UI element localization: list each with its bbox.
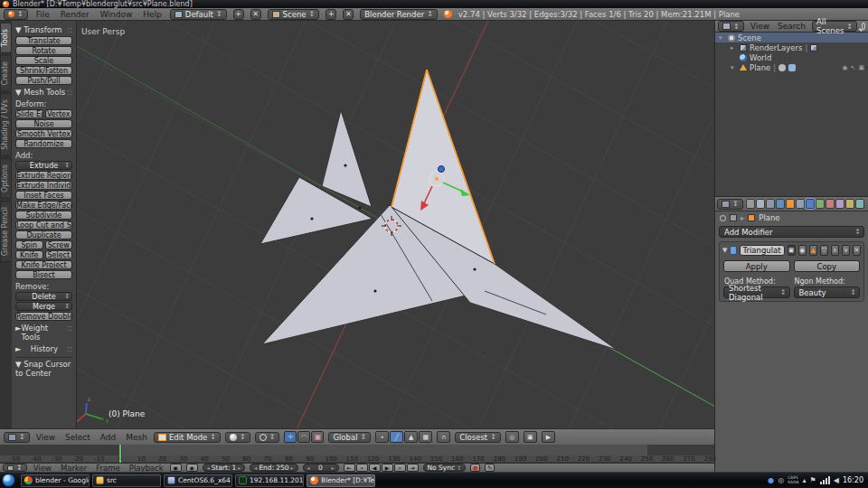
3d-viewport[interactable]: x y z User Persp (0) Plane <box>0 21 714 428</box>
prev-keyframe-button[interactable]: « <box>356 464 368 472</box>
manipulator-z-handle[interactable] <box>439 166 445 173</box>
viewport-menu-add[interactable]: Add <box>99 433 118 442</box>
start-frame-field[interactable]: ◂Start:1▸ <box>203 464 246 472</box>
limit-selection-visible-button[interactable]: ▦ <box>419 431 432 443</box>
tray-app-icon[interactable]: ● <box>768 476 774 484</box>
outliner-search-menu[interactable]: Search <box>776 22 807 31</box>
taskbar-item-src[interactable]: src <box>92 474 161 487</box>
viewport-menu-view[interactable]: View <box>34 433 57 442</box>
properties-tab-particles-icon[interactable] <box>845 199 854 209</box>
jump-to-end-button[interactable]: ⇥ <box>407 464 419 472</box>
menu-file[interactable]: File <box>34 10 52 19</box>
manipulator-translate-toggle[interactable]: ✛ <box>284 431 297 443</box>
tool-extrude-individual[interactable]: Extrude Individual <box>15 181 72 190</box>
opengl-render-anim-button[interactable]: ▶ <box>542 431 555 443</box>
modifier-delete-button[interactable]: ✕ <box>853 245 861 256</box>
tool-menu-delete[interactable]: Delete <box>15 292 72 301</box>
manipulator-scale-toggle[interactable]: ▣ <box>311 431 324 443</box>
show-hidden-icons-button[interactable]: ▴ <box>803 476 807 484</box>
restrict-select-arrow-icon[interactable]: ↖ <box>851 64 856 71</box>
timeline-menu-playback[interactable]: Playback <box>127 464 165 473</box>
play-reverse-button[interactable]: ◀ <box>369 464 381 472</box>
properties-tab-world-icon[interactable] <box>776 199 785 209</box>
outliner-row-world[interactable]: World <box>715 52 868 62</box>
tool-slide-edg[interactable]: Slide Edg <box>15 109 43 118</box>
restrict-view-eye-icon[interactable]: ◉ <box>842 64 847 71</box>
properties-tab-render-layers-icon[interactable] <box>756 199 765 209</box>
tool-randomize[interactable]: Randomize <box>15 139 72 148</box>
modifier-move-down-button[interactable]: ∨ <box>842 245 850 256</box>
search-icon[interactable] <box>862 23 865 30</box>
tool-bisect[interactable]: Bisect <box>15 270 72 279</box>
network-icon[interactable] <box>820 476 830 484</box>
tool-shelf-tab-options[interactable]: Options <box>0 158 12 199</box>
tool-menu-merge[interactable]: Merge <box>15 302 72 311</box>
vertex-select-mode-button[interactable]: ∙ <box>375 431 389 443</box>
properties-tab-object-icon[interactable] <box>786 199 795 209</box>
tool-shelf-tab-grease-pencil[interactable]: Grease Pencil <box>0 201 12 262</box>
next-keyframe-button[interactable]: » <box>394 464 406 472</box>
panel-header-transform[interactable]: ▼ Transform:: <box>15 25 72 34</box>
sync-mode-select[interactable]: No Sync↕ <box>423 464 467 472</box>
pin-icon[interactable] <box>720 215 726 221</box>
timeline-menu-view[interactable]: View <box>32 464 53 473</box>
menu-help[interactable]: Help <box>141 10 164 19</box>
tool-noise[interactable]: Noise <box>15 119 72 128</box>
tool-screw[interactable]: Screw <box>45 240 73 249</box>
manipulator-rotate-toggle[interactable]: ◠ <box>297 431 310 443</box>
menu-window[interactable]: Window <box>99 10 135 19</box>
tool-shrink-fatten[interactable]: Shrink/Fatten <box>15 66 72 75</box>
tool-spin[interactable]: Spin <box>15 240 43 249</box>
properties-tab-physics-icon[interactable] <box>855 199 864 209</box>
tool-shelf-tab-shading-uvs[interactable]: Shading / UVs <box>0 93 12 156</box>
outliner-row-scene[interactable]: ▾ Scene <box>715 33 868 42</box>
start-button[interactable] <box>2 474 15 487</box>
tool-knife-project[interactable]: Knife Project <box>15 260 72 269</box>
modifier-eye-toggle[interactable]: ◉ <box>798 245 807 256</box>
taskbar-item-blender-google[interactable]: blender - Google ... <box>21 474 90 487</box>
add-layout-button[interactable]: + <box>233 9 244 20</box>
copy-button[interactable]: Copy <box>794 260 861 272</box>
keying-set-button[interactable]: ✎ <box>485 464 495 472</box>
outliner-filter-select[interactable]: All Scenes↕ <box>812 21 857 32</box>
timeline-ruler[interactable]: -50-40-30-20-100102030405060708090100110… <box>0 455 714 463</box>
jump-to-start-button[interactable]: ⇤ <box>344 464 355 472</box>
editor-type-button[interactable]: ↕ <box>4 432 30 443</box>
current-frame-field[interactable]: ◂0▸ <box>303 464 339 472</box>
close-scene-button[interactable]: ✕ <box>343 9 354 20</box>
tool-inset-faces[interactable]: Inset Faces <box>15 191 72 200</box>
edge-select-mode-button[interactable]: ╱ <box>390 431 403 443</box>
properties-tab-material-icon[interactable] <box>826 199 835 209</box>
viewport-canvas[interactable]: x y z <box>0 21 714 428</box>
pivot-point-select[interactable]: ↕ <box>255 432 280 443</box>
window-title-bar[interactable]: Blender* [D:¥Temp¥blenderglut¥src¥Plane.… <box>0 0 868 8</box>
tool-vertex[interactable]: Vertex <box>45 109 73 118</box>
viewport-menu-select[interactable]: Select <box>63 433 92 442</box>
outliner-row-plane[interactable]: ▾ Plane | ◉ ↖ ▣ <box>715 62 868 72</box>
tool-duplicate[interactable]: Duplicate <box>15 230 72 239</box>
tool-scale[interactable]: Scale <box>15 56 72 65</box>
ime-indicator[interactable]: CAPSKANA <box>788 476 798 484</box>
panel-header-mesh-tools[interactable]: ▼ Mesh Tools:: <box>15 88 72 97</box>
mode-select[interactable]: Edit Mode↕ <box>154 432 221 443</box>
snap-toggle-magnet-icon[interactable]: ∩ <box>437 431 450 443</box>
extrude-menu-button[interactable]: Extrude <box>15 161 72 170</box>
viewport-shading-select[interactable]: ↕ <box>225 432 250 443</box>
modifier-cage-toggle[interactable]: ▽ <box>820 245 828 256</box>
taskbar-item-centos6-6-x64[interactable]: CentOS6.6_x64 - ... <box>164 474 232 487</box>
modifier-move-up-button[interactable]: ∧ <box>831 245 839 256</box>
taskbar-item-blender-d-tem[interactable]: Blender* [D:¥Tem... <box>307 474 375 487</box>
timeline-strip[interactable] <box>0 445 714 455</box>
modifier-name-field[interactable]: Triangulat <box>740 245 785 256</box>
tool-push-pull[interactable]: Push/Pull <box>15 76 72 85</box>
transform-orientation-select[interactable]: Global↕ <box>328 432 371 443</box>
opengl-render-image-button[interactable]: ▣ <box>524 431 537 443</box>
expand-icon[interactable]: ▾ <box>731 64 737 71</box>
properties-tab-object-data-icon[interactable] <box>816 199 825 209</box>
apply-button[interactable]: Apply <box>723 260 790 272</box>
tool-remove-doubles[interactable]: Remove Doubles <box>15 312 72 321</box>
tool-knife[interactable]: Knife <box>15 250 43 259</box>
taskbar-item-192-168-11-201-62[interactable]: 192.168.11.201:62... <box>235 474 304 487</box>
menu-render[interactable]: Render <box>59 10 91 19</box>
panel-expand-icon[interactable]: ▼ <box>722 247 727 254</box>
